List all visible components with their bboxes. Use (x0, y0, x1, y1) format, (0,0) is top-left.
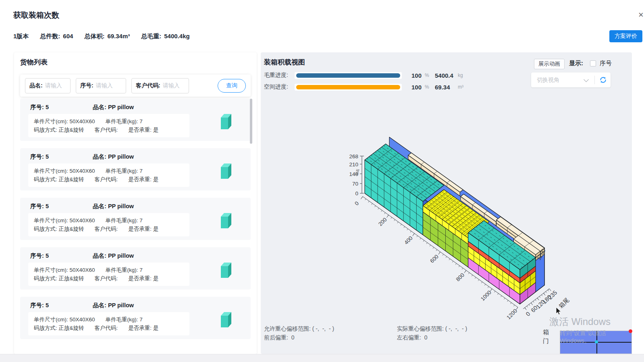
item-dims-label: 单件尺寸(cm): (34, 118, 68, 124)
item-weight-value: 7 (139, 168, 143, 174)
item-name-label: 品名: (93, 203, 106, 209)
cargo-panel-title: 货物列表 (20, 58, 48, 67)
item-serial-value: 5 (46, 104, 49, 110)
gross-weight-progress-label: 毛重进度: (264, 72, 295, 79)
item-stack-value: 正放&旋转 (59, 275, 84, 281)
item-serial-label: 序号: (30, 252, 44, 259)
select-divider (594, 76, 595, 84)
cargo-cube-icon (218, 261, 234, 279)
plot-axes: 070140210268箱高02004006008001000120006012… (349, 153, 570, 321)
item-dims-value: 50X40X60 (70, 168, 95, 174)
item-stack-label: 码放方式: (34, 127, 57, 133)
svg-text:180: 180 (541, 294, 553, 305)
list-scrollbar-thumb[interactable] (250, 99, 252, 144)
svg-text:1000: 1000 (480, 289, 492, 302)
cargo-list-item[interactable]: 序号: 5 品名: PP pillow 单件尺寸(cm): 50X40X60 单… (20, 99, 251, 141)
item-detail-box: 单件尺寸(cm): 50X40X60 单件毛重(kg): 7 码放方式: 正放&… (28, 114, 189, 137)
item-dims-label: 单件尺寸(cm): (34, 316, 68, 323)
item-serial-label: 序号: (30, 104, 44, 110)
gross-weight-progress-track (295, 72, 402, 79)
gross-weight-progress-row: 毛重进度: 100 % 5400.4 kg (264, 71, 402, 80)
left-right-bias: 左右偏重: 0 (397, 334, 427, 341)
item-dims-label: 单件尺寸(cm): (34, 267, 68, 273)
customer-code-input[interactable]: 客户代码: 请输入 (131, 78, 189, 93)
summary-stats: 1版本 总件数:604 总体积:69.34m³ 总毛重:5400.4kg (13, 33, 190, 40)
show-animation-button[interactable]: 展示动画 (534, 59, 565, 69)
stat-version: 1版本 (13, 33, 29, 40)
item-bearing-value: 是 (153, 325, 159, 331)
item-stack-label: 码放方式: (34, 176, 57, 182)
item-dims-label: 单件尺寸(cm): (34, 217, 68, 223)
item-weight-label: 单件毛重(kg): (106, 316, 138, 323)
gross-weight-unit: kg (458, 72, 463, 78)
cargo-list-item[interactable]: 序号: 5 品名: PP pillow 单件尺寸(cm): 50X40X60 单… (20, 198, 251, 240)
item-name-value: PP pillow (108, 203, 134, 209)
bottom-strip (0, 354, 644, 362)
serial-display-checkbox[interactable] (590, 60, 596, 66)
switch-view-select[interactable]: 切换视角 (531, 72, 611, 87)
switch-view-placeholder: 切换视角 (537, 77, 559, 84)
item-name-value: PP pillow (108, 153, 134, 160)
item-weight-label: 单件毛重(kg): (106, 118, 138, 124)
windows-activation-hint: 转到“设置”以激活 Windows。 (560, 329, 632, 345)
item-serial-value: 5 (46, 252, 49, 259)
svg-text:1200: 1200 (536, 248, 546, 261)
item-detail-box: 单件尺寸(cm): 50X40X60 单件毛重(kg): 7 码放方式: 正放&… (28, 312, 189, 335)
item-stack-label: 码放方式: (34, 325, 57, 331)
svg-text:400: 400 (403, 235, 414, 246)
product-name-input[interactable]: 品名: 请输入 (25, 78, 71, 93)
refresh-icon[interactable] (599, 76, 607, 84)
customer-code-label: 客户代码: (136, 82, 160, 89)
stat-volume-label: 总体积: (84, 33, 104, 40)
stat-pieces-label: 总件数: (40, 33, 60, 40)
space-percent: 100 (411, 84, 422, 91)
cargo-list-item[interactable]: 序号: 5 品名: PP pillow 单件尺寸(cm): 50X40X60 单… (20, 148, 251, 190)
item-dims-value: 50X40X60 (70, 217, 95, 223)
item-stack-label: 码放方式: (34, 226, 57, 232)
item-detail-box: 单件尺寸(cm): 50X40X60 单件毛重(kg): 7 码放方式: 正放&… (28, 263, 189, 286)
stowage-view-panel: 装箱积载视图 毛重进度: 100 % 5400.4 kg 空间进度: 100 %… (261, 52, 632, 354)
item-detail-box: 单件尺寸(cm): 50X40X60 单件毛重(kg): 7 码放方式: 正放&… (28, 213, 189, 236)
item-stack-value: 正放&旋转 (59, 226, 84, 232)
close-icon[interactable]: × (638, 10, 644, 20)
view-panel-title: 装箱积载视图 (264, 58, 305, 67)
product-name-placeholder: 请输入 (45, 82, 62, 89)
item-serial-value: 5 (46, 153, 49, 160)
cargo-list-item[interactable]: 序号: 5 品名: PP pillow 单件尺寸(cm): 50X40X60 单… (20, 247, 251, 290)
serial-input[interactable]: 序号: 请输入 (76, 78, 126, 93)
space-progress-label: 空间进度: (264, 83, 295, 91)
item-bearing-value: 是 (153, 127, 159, 133)
stat-weight-value: 5400.4kg (164, 33, 189, 40)
item-stack-label: 码放方式: (34, 275, 57, 281)
plan-evaluate-button[interactable]: 方案评价 (609, 30, 642, 42)
beige-blocks (408, 153, 544, 261)
item-weight-label: 单件毛重(kg): (106, 267, 138, 273)
container-door-label: 箱 门 (543, 328, 549, 345)
item-customer-label: 客户代码: (95, 226, 118, 232)
svg-text:60: 60 (530, 304, 539, 314)
cargo-cube-icon (218, 162, 234, 180)
item-detail-box: 单件尺寸(cm): 50X40X60 单件毛重(kg): 7 码放方式: 正放&… (28, 163, 189, 187)
cargo-list-item[interactable]: 序号: 5 品名: PP pillow 单件尺寸(cm): 50X40X60 单… (20, 297, 251, 339)
cargo-blocks (365, 144, 536, 304)
actual-cog-range: 实际重心偏移范围: ( -, -, - ) (397, 325, 467, 333)
stat-pieces-value: 604 (63, 33, 73, 40)
stat-weight-label: 总毛重: (141, 33, 161, 40)
query-button[interactable]: 查询 (218, 79, 246, 93)
item-serial-value: 5 (46, 302, 49, 308)
serial-checkbox-label: 序号 (600, 60, 612, 67)
item-name-value: PP pillow (108, 104, 134, 110)
svg-text:120: 120 (535, 298, 546, 310)
gross-weight-value: 5400.4 (435, 72, 453, 79)
space-unit: m³ (458, 84, 463, 90)
item-serial-label: 序号: (30, 302, 44, 308)
item-weight-label: 单件毛重(kg): (106, 168, 138, 174)
svg-text:200: 200 (377, 217, 388, 228)
svg-text:140: 140 (349, 171, 358, 177)
gross-weight-percent: 100 (411, 72, 422, 79)
item-serial-label: 序号: (30, 153, 44, 160)
item-name-label: 品名: (93, 252, 106, 259)
item-bearing-value: 是 (153, 275, 159, 281)
svg-text:0: 0 (524, 310, 531, 317)
front-back-bias: 前后偏重: 0 (264, 334, 294, 341)
